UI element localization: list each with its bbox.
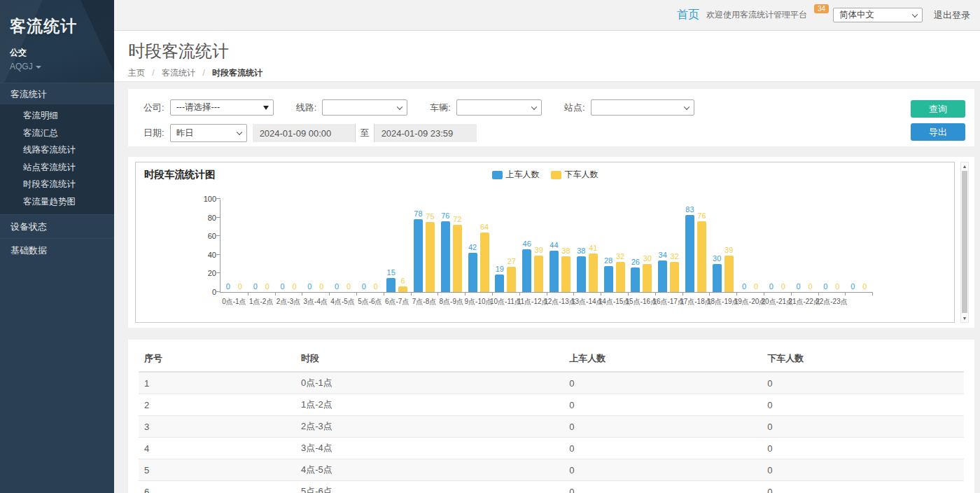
bar-value-label: 83 — [685, 206, 694, 214]
table-cell: 4 — [139, 438, 295, 459]
scroll-up-arrow-icon[interactable]: ▲ — [961, 162, 968, 170]
sidebar-subitem[interactable]: 客流量趋势图 — [0, 193, 114, 211]
chart-category-group: 001点-2点 — [248, 200, 275, 292]
chart-category-group: 283214点-15点 — [601, 200, 628, 292]
export-button[interactable]: 导出 — [911, 123, 965, 141]
search-button[interactable]: 查询 — [911, 100, 965, 118]
logout-link[interactable]: 退出登录 — [934, 9, 970, 22]
chart-bar — [643, 264, 652, 292]
x-axis-tick-mark — [791, 292, 792, 296]
legend-item: 上车人数 — [492, 169, 540, 181]
scroll-down-arrow-icon[interactable]: ▼ — [961, 314, 968, 322]
sidebar-subitem[interactable]: 客流汇总 — [0, 125, 114, 142]
y-axis-tick-label: 0 — [188, 288, 216, 296]
x-axis-category-label: 9点-10点 — [465, 297, 493, 307]
data-table-panel: 序号时段上车人数下车人数 10点-1点0021点-2点0032点-3点0043点… — [128, 340, 974, 493]
line-select[interactable] — [322, 99, 407, 116]
home-link[interactable]: 首页 — [677, 8, 699, 22]
vehicle-filter: 车辆: — [430, 99, 542, 116]
sidebar-section[interactable]: 基础数据 — [0, 238, 114, 262]
chart-category-group: 78757点-8点 — [411, 200, 438, 292]
bar-value-label: 41 — [589, 244, 597, 252]
page-header: 时段客流统计 主页 / 客流统计 / 时段客流统计 — [114, 31, 980, 82]
date-to-input[interactable] — [374, 124, 477, 142]
vehicle-select[interactable] — [456, 99, 542, 116]
table-cell: 0 — [762, 372, 964, 394]
x-axis-category-label: 6点-7点 — [385, 297, 409, 307]
bar-value-label: 78 — [414, 210, 422, 218]
vehicle-label: 车辆: — [430, 102, 451, 114]
company-label: 公司: — [144, 102, 164, 114]
breadcrumb-section[interactable]: 客流统计 — [162, 68, 195, 78]
bar-value-label: 76 — [697, 212, 706, 220]
brand-org-label: 公交 — [10, 47, 114, 59]
table-cell: 0 — [564, 438, 762, 459]
bar-value-label: 0 — [797, 283, 801, 291]
chevron-down-icon — [236, 130, 241, 135]
chart-bar — [414, 219, 423, 292]
chart-bar — [697, 221, 706, 292]
chart-category-group: 76728点-9点 — [438, 200, 465, 292]
x-axis-category-label: 4点-5点 — [330, 297, 354, 307]
x-axis-tick-mark — [818, 292, 819, 296]
sidebar-section[interactable]: 设备状态 — [0, 214, 114, 238]
bar-value-label: 0 — [835, 283, 839, 291]
chart-legend: 上车人数下车人数 — [492, 169, 598, 181]
x-axis-category-label: 0点-1点 — [222, 297, 246, 307]
table-cell: 0 — [564, 394, 762, 416]
chart-bar — [589, 254, 598, 292]
date-from-input[interactable] — [253, 124, 355, 142]
sidebar-subitem[interactable]: 站点客流统计 — [0, 159, 114, 176]
chart-category-group: 0022点-23点 — [818, 200, 846, 292]
date-preset-value: 昨日 — [176, 127, 194, 139]
bar-value-label: 75 — [426, 213, 434, 221]
page-title: 时段客流统计 — [128, 40, 980, 62]
data-table: 序号时段上车人数下车人数 10点-1点0021点-2点0032点-3点0043点… — [139, 347, 964, 493]
chart-bar — [724, 256, 734, 292]
chart-bar — [495, 275, 504, 292]
bar-value-label: 32 — [616, 253, 624, 261]
sidebar-subitem[interactable]: 时段客流统计 — [0, 176, 114, 193]
chart-category-group: 384113点-14点 — [573, 200, 601, 292]
main-area: 首页 欢迎使用客流统计管理平台 34 简体中文 退出登录 时段客流统计 主页 /… — [114, 0, 980, 493]
breadcrumb-home[interactable]: 主页 — [128, 68, 145, 78]
bar-value-label: 30 — [643, 255, 652, 263]
chart-category-group: 837617点-18点 — [682, 200, 710, 292]
y-axis-tick-label: 100 — [188, 195, 216, 203]
x-axis-tick-mark — [872, 292, 873, 296]
bar-value-label: 0 — [265, 283, 270, 291]
date-preset-select[interactable]: 昨日 — [170, 124, 247, 142]
chart-bar — [561, 256, 570, 292]
company-select[interactable]: ---请选择--- — [170, 99, 274, 116]
table-cell: 0 — [762, 394, 964, 416]
chevron-down-icon — [683, 104, 689, 109]
x-axis-tick-mark — [438, 292, 438, 296]
chart-category-group: 005点-6点 — [356, 200, 384, 292]
chart-category-group: 002点-3点 — [275, 200, 302, 292]
sidebar-subitem[interactable]: 客流明细 — [0, 107, 114, 125]
bar-value-label: 0 — [362, 283, 366, 291]
table-cell: 0 — [762, 438, 964, 459]
table-cell: 0 — [762, 416, 964, 438]
x-axis-tick-mark — [764, 292, 764, 296]
language-select[interactable]: 简体中文 — [833, 8, 923, 22]
table-column-header: 时段 — [295, 347, 564, 372]
sidebar-section[interactable]: 客流统计 — [0, 83, 114, 104]
chart-bar — [616, 262, 625, 292]
chart-category-group: 0021点-22点 — [791, 200, 818, 292]
bar-value-label: 0 — [335, 283, 339, 291]
station-select[interactable] — [591, 99, 694, 116]
filter-panel: 公司: ---请选择--- 线路: 车辆: — [128, 89, 974, 146]
org-code-dropdown[interactable]: AQGJ — [10, 62, 114, 71]
chart-bar — [522, 249, 531, 292]
bar-value-label: 0 — [769, 283, 774, 291]
chart-category-group: 0019点-20点 — [736, 200, 764, 292]
top-navbar: 首页 欢迎使用客流统计管理平台 34 简体中文 退出登录 — [114, 0, 980, 31]
scrollbar-thumb[interactable] — [962, 171, 967, 313]
x-axis-category-label: 8点-9点 — [440, 297, 463, 307]
bar-value-label: 27 — [507, 258, 516, 265]
date-label: 日期: — [144, 127, 164, 139]
sidebar-subitem[interactable]: 线路客流统计 — [0, 141, 114, 159]
chart-bar — [658, 261, 667, 292]
chevron-down-icon — [531, 104, 537, 109]
